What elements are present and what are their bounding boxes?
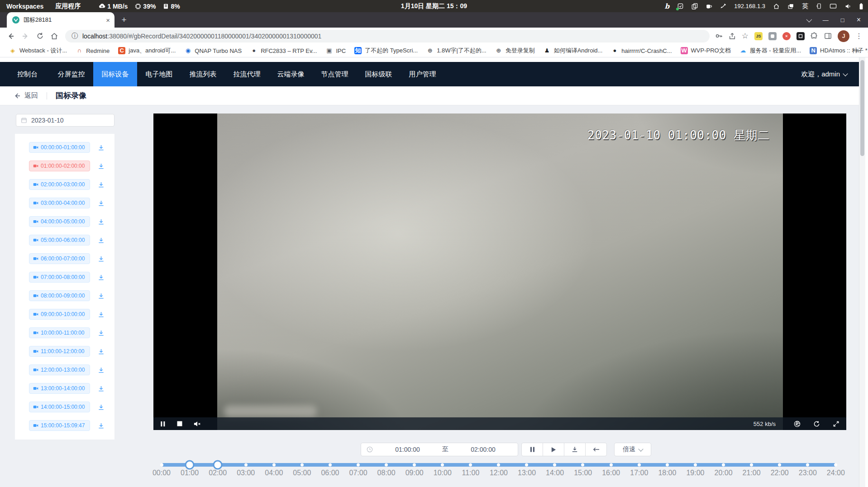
timeline-slider[interactable] xyxy=(162,463,836,467)
segment-button[interactable]: 13:00:00-14:00:00 xyxy=(29,383,90,394)
download-icon[interactable] xyxy=(98,255,105,262)
volume-icon[interactable] xyxy=(844,3,851,9)
download-icon[interactable] xyxy=(98,274,105,281)
nav-item[interactable]: 云端录像 xyxy=(269,62,313,86)
clipboard-icon[interactable] xyxy=(692,3,698,9)
nav-item[interactable]: 电子地图 xyxy=(137,62,181,86)
profile-avatar[interactable]: J xyxy=(838,30,849,42)
bookmark[interactable]: C java、android可... xyxy=(114,45,179,56)
back-button[interactable] xyxy=(4,29,18,43)
download-icon[interactable] xyxy=(98,385,105,392)
segment-button[interactable]: 02:00:00-03:00:00 xyxy=(29,179,90,190)
segment-button[interactable]: 12:00:00-13:00:00 xyxy=(29,364,90,375)
browser-home-button[interactable] xyxy=(47,29,62,43)
download-icon[interactable] xyxy=(98,163,105,170)
download-icon[interactable] xyxy=(98,311,105,318)
download-icon[interactable] xyxy=(98,218,105,225)
window-minimize-button[interactable]: — xyxy=(823,17,829,24)
download-icon[interactable] xyxy=(98,404,105,411)
fullscreen-icon[interactable] xyxy=(833,421,839,427)
nav-item[interactable]: 拉流代理 xyxy=(225,62,269,86)
windows-stack-icon[interactable] xyxy=(787,3,794,9)
segment-button[interactable]: 05:00:00-06:00:00 xyxy=(29,235,90,246)
segment-button[interactable]: 07:00:00-08:00:00 xyxy=(29,272,90,283)
browser-tab[interactable]: 国标28181 × xyxy=(7,12,114,28)
window-menu-chevron-icon[interactable] xyxy=(806,17,811,24)
page-scrollbar[interactable] xyxy=(859,57,865,487)
reload-button[interactable] xyxy=(33,29,47,43)
segment-button[interactable]: 14:00:00-15:00:00 xyxy=(29,402,90,412)
app-indicator-icon[interactable] xyxy=(677,3,684,9)
segment-button[interactable]: 10:00:00-11:00:00 xyxy=(29,327,90,338)
bookmark[interactable]: ◈ Webstack - 设计... xyxy=(5,45,71,56)
download-icon[interactable] xyxy=(98,181,105,188)
password-key-icon[interactable] xyxy=(715,32,723,40)
extension-dark-icon[interactable] xyxy=(796,32,805,40)
back-link[interactable]: 返回 xyxy=(14,91,38,100)
snapshot-shutter-icon[interactable] xyxy=(794,421,801,427)
download-icon[interactable] xyxy=(98,367,105,374)
clock[interactable]: 1月10日 星期二 15：09 xyxy=(401,2,467,10)
timeline-handle-start[interactable] xyxy=(185,460,195,470)
segment-button[interactable]: 00:00:00-01:00:00 xyxy=(29,142,90,153)
home-icon[interactable] xyxy=(773,3,780,9)
bookmark[interactable]: 知 了不起的 TypeScri... xyxy=(351,45,421,56)
scrollbar-thumb[interactable] xyxy=(860,60,864,156)
extension-red-icon[interactable]: × xyxy=(782,32,791,40)
range-end-time[interactable]: 02:00:00 xyxy=(448,446,518,453)
coffee-cup-icon[interactable] xyxy=(706,3,712,9)
download-icon[interactable] xyxy=(98,348,105,355)
bookmark[interactable]: ⊕ 免登录复制 xyxy=(491,45,539,56)
site-info-icon[interactable]: ⓘ xyxy=(72,32,78,40)
extensions-puzzle-icon[interactable] xyxy=(811,32,818,40)
share-icon[interactable] xyxy=(729,33,736,40)
speed-dropdown[interactable]: 倍速 xyxy=(614,443,651,456)
bookmark[interactable]: ▣ IPC xyxy=(322,46,349,56)
bookmark[interactable]: ◉ QNAP Turbo NAS xyxy=(181,46,245,56)
download-icon[interactable] xyxy=(98,330,105,336)
workspaces-button[interactable]: Workspaces xyxy=(6,3,43,10)
segment-button[interactable]: 03:00:00-04:00:00 xyxy=(29,198,90,208)
bookmark[interactable]: ● RFC2833 – RTP Ev... xyxy=(247,46,320,56)
nav-item[interactable]: 节点管理 xyxy=(313,62,357,86)
applications-button[interactable]: 应用程序 xyxy=(55,2,81,10)
window-close-button[interactable]: × xyxy=(857,16,861,24)
player-pause-icon[interactable] xyxy=(160,421,166,427)
download-icon[interactable] xyxy=(98,237,105,244)
range-start-time[interactable]: 01:00:00 xyxy=(373,446,442,453)
segment-button[interactable]: 06:00:00-07:00:00 xyxy=(29,253,90,264)
browser-menu-icon[interactable]: ⋮ xyxy=(855,32,863,40)
pause-button[interactable] xyxy=(522,443,543,456)
seek-back-button[interactable] xyxy=(586,443,606,456)
display-icon[interactable] xyxy=(830,3,837,9)
play-button[interactable] xyxy=(543,443,564,456)
forward-button[interactable] xyxy=(18,29,33,43)
user-menu[interactable]: 欢迎，admin xyxy=(801,62,847,86)
bookmarks-overflow-button[interactable]: » xyxy=(856,46,863,55)
timeline-handle-end[interactable] xyxy=(213,460,223,470)
bookmark[interactable]: ☁ 服务器 - 轻量应用... xyxy=(736,45,805,56)
bookmark[interactable]: ⊕ 1.8W字|了不起的... xyxy=(423,45,490,56)
player-refresh-icon[interactable] xyxy=(813,421,820,427)
nav-item[interactable]: 推流列表 xyxy=(181,62,225,86)
bookmark[interactable]: ∩ Redmine xyxy=(72,46,113,56)
download-icon[interactable] xyxy=(98,144,105,151)
nav-item[interactable]: 分屏监控 xyxy=(49,62,93,86)
date-picker[interactable]: 2023-01-10 xyxy=(16,114,114,127)
segment-button[interactable]: 15:00:00-15:09:47 xyxy=(29,420,90,431)
player-stop-icon[interactable] xyxy=(177,421,182,426)
tab-close-icon[interactable]: × xyxy=(106,17,110,24)
bookmark[interactable]: W WVP-PRO文档 xyxy=(677,45,734,56)
download-icon[interactable] xyxy=(98,293,105,299)
segment-button[interactable]: 04:00:00-05:00:00 xyxy=(29,216,90,227)
nav-item[interactable]: 用户管理 xyxy=(401,62,444,86)
bookmark-star-icon[interactable]: ☆ xyxy=(742,32,749,40)
segment-button[interactable]: 08:00:00-09:00:00 xyxy=(29,290,90,301)
bookmark[interactable]: ♟ 如何编译Android... xyxy=(540,45,606,56)
nav-item[interactable]: 国标级联 xyxy=(357,62,401,86)
extension-js-icon[interactable]: JS xyxy=(754,32,763,40)
phone-link-icon[interactable] xyxy=(816,3,822,9)
side-panel-icon[interactable] xyxy=(824,32,832,40)
nav-item[interactable]: 国标设备 xyxy=(93,62,137,86)
download-icon[interactable] xyxy=(98,200,105,207)
